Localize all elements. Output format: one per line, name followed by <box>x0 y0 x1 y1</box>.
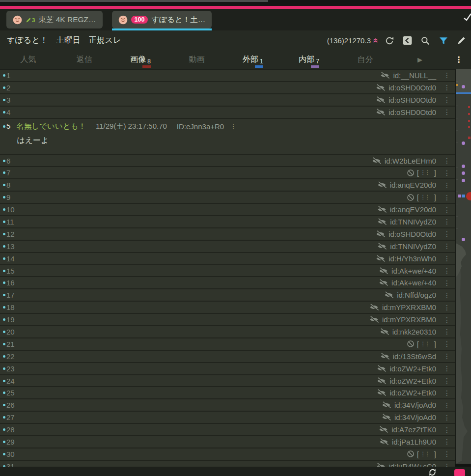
bottom-refresh-button[interactable] <box>428 468 437 476</box>
post-menu-kebab-icon[interactable]: ⋮ <box>443 291 451 299</box>
arrow-right-icon: ▶ <box>417 56 422 63</box>
post-menu-kebab-icon[interactable]: ⋮ <box>443 84 451 91</box>
post-menu-kebab-icon[interactable]: ⋮ <box>443 450 451 458</box>
thread-tab-suporuto[interactable]: 100 すぽると！土… <box>112 11 212 28</box>
thread-tab-regza[interactable]: 3 東芝 4K REGZ… <box>6 11 103 28</box>
post-row[interactable]: 11 id:TNNIVydZ0 ⋮ <box>0 216 455 228</box>
compose-pencil-button[interactable] <box>457 36 466 45</box>
post-row[interactable]: 7 [ ⋮⋮ ] ⋮ <box>0 167 455 179</box>
post-id[interactable]: ID:eJnn3a+R0 <box>177 122 224 131</box>
post-menu-kebab-icon[interactable]: ⋮ <box>443 230 451 238</box>
post-row[interactable]: 25 id:oZW2+Etk0 ⋮ <box>0 387 455 399</box>
post-menu-kebab-icon[interactable]: ⋮ <box>443 426 451 434</box>
post-menu-kebab-icon[interactable]: ⋮ <box>443 157 451 165</box>
post-menu-kebab-icon[interactable]: ⋮ <box>443 181 451 189</box>
post-menu-kebab-icon[interactable]: ⋮ <box>443 328 451 336</box>
edge-check-icon[interactable] <box>463 13 471 24</box>
post-id-text: id:H/Yh3nWh0 <box>388 254 436 263</box>
post-menu-kebab-icon[interactable]: ⋮ <box>443 218 451 225</box>
post-row[interactable]: 5 名無しでいいとも！ 11/29(土) 23:17:50.70 ID:eJnn… <box>0 119 455 155</box>
hidden-eye-slash-icon <box>382 401 391 409</box>
post-row[interactable]: 21 [ ⋮⋮ ] ⋮ <box>0 338 455 351</box>
post-row[interactable]: 30 [ ⋮⋮ ] ⋮ <box>0 448 455 461</box>
post-row[interactable]: 6 id:W2bLeEHm0 ⋮ <box>0 155 455 168</box>
post-author-name[interactable]: 名無しでいいとも！ <box>16 121 86 132</box>
post-menu-kebab-icon[interactable]: ⋮ <box>443 364 451 372</box>
filter-tab-underline <box>311 65 319 68</box>
post-row[interactable]: 29 id:jPa1Lh9U0 ⋮ <box>0 436 455 448</box>
hidden-eye-slash-icon <box>379 279 388 286</box>
unread-bullet-icon <box>3 208 5 211</box>
hidden-eye-slash-icon <box>372 157 381 165</box>
post-row[interactable]: 8 id:anqEV20d0 ⋮ <box>0 179 455 192</box>
filter-more-arrow-button[interactable]: ▶ <box>393 51 446 69</box>
filter-tab[interactable]: 外部 1 <box>225 51 281 69</box>
post-menu-kebab-icon[interactable]: ⋮ <box>230 122 237 130</box>
post-row[interactable]: 22 id:/13St6wSd ⋮ <box>0 351 455 363</box>
post-row[interactable]: 24 id:oZW2+Etk0 ⋮ <box>0 375 455 388</box>
post-row[interactable]: 16 id:Ak+we/+40 ⋮ <box>0 277 455 289</box>
post-menu-kebab-icon[interactable]: ⋮ <box>443 438 451 446</box>
share-button[interactable] <box>403 36 412 45</box>
post-row[interactable]: 27 id:34V/joAd0 ⋮ <box>0 412 455 424</box>
post-row[interactable]: 23 id:oZW2+Etk0 ⋮ <box>0 363 455 375</box>
filter-tab[interactable]: 動画 <box>168 51 224 69</box>
post-row[interactable]: 4 id:oSHD0Otd0 ⋮ <box>0 107 455 119</box>
thread-title-bar: すぽると！ 土曜日 正規スレ (136)21270.3 » <box>0 30 471 51</box>
filter-tab[interactable]: 返信 <box>56 51 112 69</box>
post-menu-kebab-icon[interactable]: ⋮ <box>443 242 451 250</box>
post-menu-kebab-icon[interactable]: ⋮ <box>443 377 451 385</box>
post-menu-kebab-icon[interactable]: ⋮ <box>443 71 451 79</box>
post-row[interactable]: 28 id:A7ezZtTK0 ⋮ <box>0 424 455 436</box>
post-row[interactable]: 10 id:anqEV20d0 ⋮ <box>0 204 455 216</box>
post-number: 7 <box>6 168 10 177</box>
post-menu-kebab-icon[interactable]: ⋮ <box>443 352 451 360</box>
filter-tab-label: 返信 <box>77 55 92 65</box>
filter-overflow-menu-button[interactable]: ⋮ <box>446 51 471 69</box>
post-menu-kebab-icon[interactable]: ⋮ <box>443 462 451 467</box>
post-menu-kebab-icon[interactable]: ⋮ <box>443 254 451 262</box>
post-row[interactable]: 9 [ ⋮⋮ ] ⋮ <box>0 192 455 204</box>
post-row[interactable]: 20 id:nkk2e0310 ⋮ <box>0 326 455 338</box>
post-row[interactable]: 17 id:Nffd/ogz0 ⋮ <box>0 289 455 302</box>
post-row[interactable]: 19 id:mYPXRXBM0 ⋮ <box>0 314 455 326</box>
post-menu-kebab-icon[interactable]: ⋮ <box>443 304 451 311</box>
filter-funnel-button[interactable] <box>439 36 448 46</box>
post-menu-kebab-icon[interactable]: ⋮ <box>443 267 451 275</box>
post-menu-kebab-icon[interactable]: ⋮ <box>443 414 451 421</box>
unread-bullet-icon <box>3 74 5 77</box>
post-menu-kebab-icon[interactable]: ⋮ <box>443 96 451 104</box>
filter-tab[interactable]: 画像 8 <box>112 51 168 69</box>
post-row[interactable]: 15 id:Ak+we/+40 ⋮ <box>0 265 455 278</box>
post-row[interactable]: 1 id:__NULL__ ⋮ <box>0 70 455 82</box>
post-row[interactable]: 13 id:TNNIVydZ0 ⋮ <box>0 241 455 253</box>
post-row[interactable]: 31 id:luR4W+cC0 ⋮ <box>0 461 455 467</box>
post-menu-kebab-icon[interactable]: ⋮ <box>443 279 451 287</box>
post-menu-kebab-icon[interactable]: ⋮ <box>443 206 451 214</box>
post-menu-kebab-icon[interactable]: ⋮ <box>443 340 451 348</box>
post-menu-kebab-icon[interactable]: ⋮ <box>443 108 451 116</box>
post-row[interactable]: 26 id:34V/joAd0 ⋮ <box>0 399 455 412</box>
post-menu-kebab-icon[interactable]: ⋮ <box>443 169 451 177</box>
bottom-bar <box>0 467 471 476</box>
ng-block-icon <box>407 450 415 458</box>
post-row[interactable]: 12 id:oSHD0Otd0 ⋮ <box>0 228 455 241</box>
post-menu-kebab-icon[interactable]: ⋮ <box>443 194 451 201</box>
filter-tab[interactable]: 内部 7 <box>281 51 337 69</box>
post-row[interactable]: 14 id:H/Yh3nWh0 ⋮ <box>0 253 455 265</box>
refresh-button[interactable] <box>385 36 394 46</box>
post-body: はえーよ <box>17 136 451 146</box>
post-menu-kebab-icon[interactable]: ⋮ <box>443 389 451 397</box>
post-row[interactable]: 18 id:mYPXRXBM0 ⋮ <box>0 302 455 314</box>
post-number: 17 <box>6 291 15 299</box>
marker-scrollbar[interactable] <box>455 69 471 464</box>
post-number: 27 <box>6 413 15 421</box>
pink-action-button[interactable] <box>454 469 465 476</box>
post-row[interactable]: 2 id:oSHD0Otd0 ⋮ <box>0 82 455 94</box>
search-button[interactable] <box>420 36 430 46</box>
filter-tab[interactable]: 自分 <box>337 51 393 69</box>
post-row[interactable]: 3 id:oSHD0Otd0 ⋮ <box>0 94 455 107</box>
post-menu-kebab-icon[interactable]: ⋮ <box>443 401 451 409</box>
filter-tab[interactable]: 人気 <box>0 51 56 69</box>
post-menu-kebab-icon[interactable]: ⋮ <box>443 316 451 324</box>
